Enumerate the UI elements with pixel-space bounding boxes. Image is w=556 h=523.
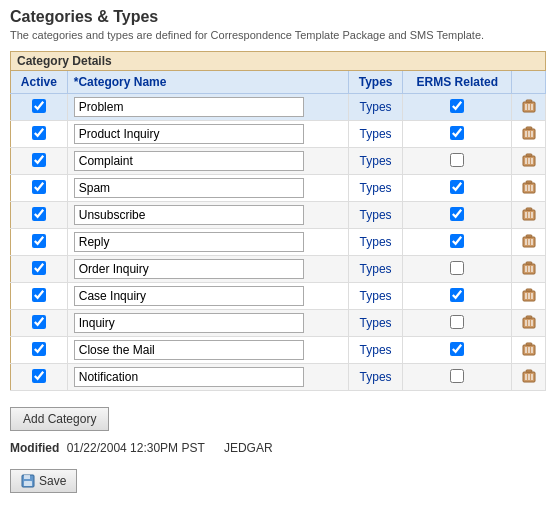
category-name-input[interactable]: [74, 97, 304, 117]
table-row: Types: [11, 94, 546, 121]
svg-rect-11: [526, 154, 532, 156]
active-checkbox[interactable]: [32, 288, 46, 302]
erms-checkbox[interactable]: [450, 234, 464, 248]
delete-button[interactable]: [521, 206, 537, 222]
category-name-input[interactable]: [74, 124, 304, 144]
svg-rect-46: [526, 343, 532, 345]
types-cell: Types: [349, 175, 403, 202]
erms-cell: [403, 94, 512, 121]
category-name-input[interactable]: [74, 367, 304, 387]
category-name-input[interactable]: [74, 205, 304, 225]
delete-cell: [512, 148, 546, 175]
category-name-input[interactable]: [74, 286, 304, 306]
category-name-input[interactable]: [74, 340, 304, 360]
types-cell: Types: [349, 364, 403, 391]
types-link[interactable]: Types: [360, 289, 392, 303]
delete-cell: [512, 202, 546, 229]
erms-cell: [403, 310, 512, 337]
delete-button[interactable]: [521, 260, 537, 276]
active-checkbox[interactable]: [32, 153, 46, 167]
erms-checkbox[interactable]: [450, 180, 464, 194]
table-row: Types: [11, 310, 546, 337]
delete-cell: [512, 175, 546, 202]
types-link[interactable]: Types: [360, 262, 392, 276]
erms-checkbox[interactable]: [450, 99, 464, 113]
svg-rect-21: [526, 208, 532, 210]
active-cell: [11, 148, 68, 175]
svg-rect-36: [526, 289, 532, 291]
section-header: Category Details: [10, 51, 546, 71]
add-category-button[interactable]: Add Category: [10, 407, 109, 431]
erms-checkbox[interactable]: [450, 153, 464, 167]
active-cell: [11, 175, 68, 202]
active-checkbox[interactable]: [32, 342, 46, 356]
active-checkbox[interactable]: [32, 180, 46, 194]
category-name-input[interactable]: [74, 232, 304, 252]
delete-button[interactable]: [521, 314, 537, 330]
delete-button[interactable]: [521, 368, 537, 384]
active-checkbox[interactable]: [32, 99, 46, 113]
delete-button[interactable]: [521, 233, 537, 249]
name-cell: [67, 94, 348, 121]
erms-checkbox[interactable]: [450, 261, 464, 275]
types-link[interactable]: Types: [360, 100, 392, 114]
erms-checkbox[interactable]: [450, 207, 464, 221]
delete-cell: [512, 256, 546, 283]
types-link[interactable]: Types: [360, 181, 392, 195]
active-checkbox[interactable]: [32, 126, 46, 140]
types-link[interactable]: Types: [360, 370, 392, 384]
types-link[interactable]: Types: [360, 208, 392, 222]
delete-cell: [512, 337, 546, 364]
table-row: Types: [11, 337, 546, 364]
table-row: Types: [11, 229, 546, 256]
save-button[interactable]: Save: [10, 469, 77, 493]
active-checkbox[interactable]: [32, 261, 46, 275]
col-header-delete: [512, 71, 546, 94]
delete-button[interactable]: [521, 341, 537, 357]
modified-label: Modified: [10, 441, 59, 455]
active-cell: [11, 94, 68, 121]
category-name-input[interactable]: [74, 259, 304, 279]
erms-checkbox[interactable]: [450, 369, 464, 383]
erms-cell: [403, 256, 512, 283]
delete-button[interactable]: [521, 98, 537, 114]
erms-cell: [403, 175, 512, 202]
types-link[interactable]: Types: [360, 235, 392, 249]
erms-cell: [403, 202, 512, 229]
delete-cell: [512, 229, 546, 256]
active-checkbox[interactable]: [32, 207, 46, 221]
active-cell: [11, 283, 68, 310]
category-name-input[interactable]: [74, 313, 304, 333]
erms-cell: [403, 364, 512, 391]
name-cell: [67, 364, 348, 391]
active-checkbox[interactable]: [32, 369, 46, 383]
delete-button[interactable]: [521, 125, 537, 141]
types-link[interactable]: Types: [360, 316, 392, 330]
erms-checkbox[interactable]: [450, 342, 464, 356]
types-link[interactable]: Types: [360, 343, 392, 357]
save-label: Save: [39, 474, 66, 488]
types-cell: Types: [349, 337, 403, 364]
name-cell: [67, 229, 348, 256]
erms-checkbox[interactable]: [450, 288, 464, 302]
types-link[interactable]: Types: [360, 154, 392, 168]
col-header-category-name: *Category Name: [67, 71, 348, 94]
svg-rect-51: [526, 370, 532, 372]
category-name-input[interactable]: [74, 151, 304, 171]
modified-user: JEDGAR: [224, 441, 273, 455]
erms-checkbox[interactable]: [450, 126, 464, 140]
name-cell: [67, 337, 348, 364]
delete-button[interactable]: [521, 179, 537, 195]
erms-cell: [403, 121, 512, 148]
types-link[interactable]: Types: [360, 127, 392, 141]
svg-rect-57: [24, 481, 32, 486]
category-name-input[interactable]: [74, 178, 304, 198]
active-cell: [11, 310, 68, 337]
name-cell: [67, 202, 348, 229]
active-checkbox[interactable]: [32, 315, 46, 329]
delete-button[interactable]: [521, 152, 537, 168]
active-checkbox[interactable]: [32, 234, 46, 248]
erms-checkbox[interactable]: [450, 315, 464, 329]
delete-button[interactable]: [521, 287, 537, 303]
name-cell: [67, 148, 348, 175]
